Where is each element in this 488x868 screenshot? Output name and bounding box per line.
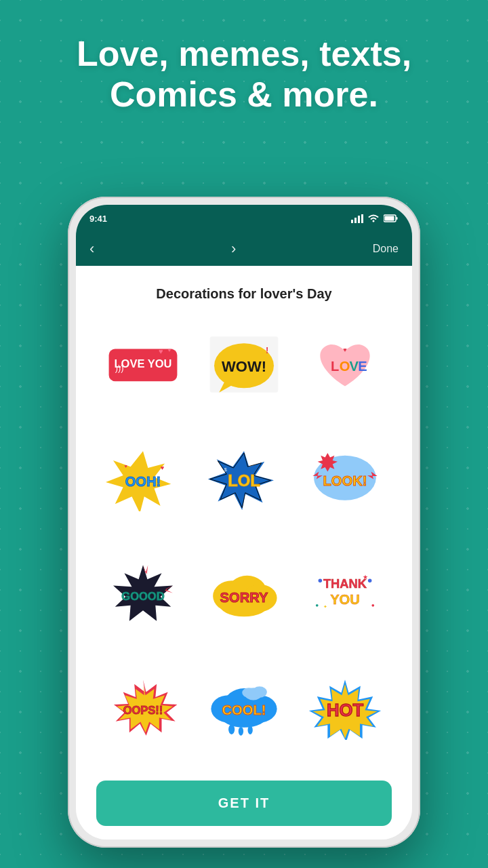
svg-text:E: E — [359, 359, 367, 374]
svg-text:♥: ♥ — [124, 463, 127, 469]
svg-text:YOU: YOU — [330, 592, 360, 607]
wifi-icon — [367, 214, 380, 223]
svg-text:LOL: LOL — [228, 471, 260, 490]
sticker-look[interactable]: LOOK! — [299, 433, 392, 526]
svg-text:LOOK!: LOOK! — [323, 473, 367, 488]
headline: Love, memes, texts, Comics & more. — [0, 34, 488, 115]
svg-text:♥: ♥ — [344, 347, 347, 353]
svg-point-65 — [242, 688, 256, 698]
svg-rect-0 — [351, 220, 353, 223]
sticker-oops[interactable]: OOPS!! — [96, 661, 189, 754]
sticker-love-you[interactable]: LOVE YOU ))) ♥ ♥ — [96, 318, 189, 411]
forward-arrow-icon[interactable]: › — [231, 240, 236, 258]
svg-point-49 — [316, 604, 319, 607]
svg-point-60 — [228, 724, 235, 734]
svg-text:V: V — [350, 359, 359, 374]
svg-text:))): ))) — [115, 363, 123, 373]
svg-text:★: ★ — [363, 574, 368, 580]
svg-rect-6 — [385, 216, 394, 221]
phone-screen: 9:41 — [76, 205, 412, 840]
sticker-lol[interactable]: LOL $ $ — [197, 433, 290, 526]
done-button[interactable]: Done — [373, 243, 399, 255]
get-it-button[interactable]: GET IT — [96, 781, 392, 826]
svg-text:HOT: HOT — [327, 701, 363, 719]
status-time: 9:41 — [89, 214, 107, 224]
sticker-cool[interactable]: COOL! — [197, 661, 290, 754]
svg-text:♥: ♥ — [160, 464, 163, 471]
sticker-ooh[interactable]: OOH! ♥ ♥ — [96, 433, 189, 526]
svg-text:GOOOD: GOOOD — [121, 591, 164, 603]
svg-text:L: L — [331, 359, 339, 374]
sticker-sorry[interactable]: SORRY — [197, 547, 290, 639]
status-bar: 9:41 — [76, 205, 412, 232]
svg-text:WOW!: WOW! — [222, 359, 266, 376]
svg-text:!: ! — [266, 345, 268, 355]
back-arrow-icon[interactable]: ‹ — [89, 240, 94, 258]
svg-rect-2 — [358, 216, 360, 223]
phone-mockup: 9:41 — [68, 197, 420, 848]
svg-point-50 — [372, 604, 375, 607]
sticker-hot[interactable]: HOT — [299, 661, 392, 754]
modal-title: Decorations for lover's Day — [156, 286, 331, 302]
signal-icon — [351, 214, 363, 223]
svg-text:SORRY: SORRY — [220, 590, 268, 605]
modal-sheet: Decorations for lover's Day LOVE YOU )))… — [83, 266, 405, 840]
headline-line1: Love, memes, texts, — [77, 34, 411, 73]
svg-text:COOL!: COOL! — [222, 703, 266, 717]
svg-rect-5 — [396, 217, 398, 220]
nav-bar: ‹ › Done — [76, 232, 412, 266]
svg-point-62 — [247, 726, 252, 734]
svg-point-61 — [239, 727, 243, 736]
battery-icon — [384, 214, 399, 222]
headline-line2: Comics & more. — [110, 75, 378, 114]
svg-text:THANK: THANK — [323, 576, 367, 591]
svg-text:OOH!: OOH! — [125, 474, 161, 489]
svg-text:$: $ — [224, 467, 227, 473]
svg-text:♥: ♥ — [167, 347, 170, 353]
phone-outer: 9:41 — [68, 197, 420, 848]
svg-rect-3 — [361, 214, 363, 223]
sticker-thank-you[interactable]: THANK YOU ★ ✦ — [299, 547, 392, 639]
svg-point-47 — [319, 579, 323, 583]
svg-text:♥: ♥ — [159, 347, 163, 355]
sticker-goood[interactable]: GOOOD — [96, 547, 189, 639]
sticker-love[interactable]: L O V E ♥ — [299, 318, 392, 411]
svg-text:O: O — [340, 359, 350, 374]
svg-rect-1 — [354, 218, 357, 223]
svg-text:OOPS!!: OOPS!! — [123, 703, 163, 715]
stickers-grid: LOVE YOU ))) ♥ ♥ — [96, 318, 392, 767]
svg-point-48 — [368, 579, 372, 583]
svg-text:✦: ✦ — [323, 604, 327, 610]
sticker-wow[interactable]: WOW! ! — [197, 318, 290, 411]
svg-text:$: $ — [262, 488, 265, 494]
status-icons — [351, 214, 399, 223]
